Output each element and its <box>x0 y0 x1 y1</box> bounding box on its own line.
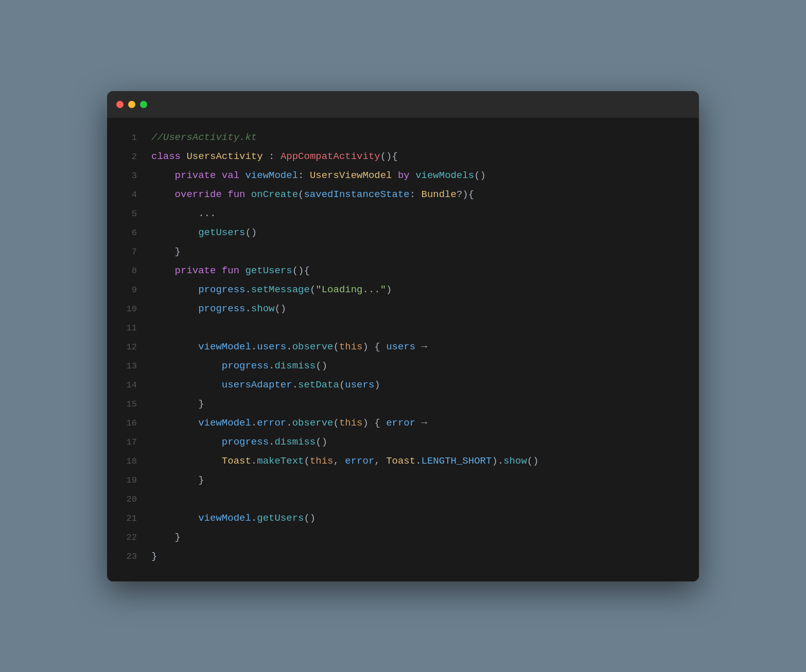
code-line-1: 1 //UsersActivity.kt <box>107 128 699 147</box>
keyword: override fun <box>175 185 251 204</box>
punctuation: () <box>316 433 327 451</box>
code-content: class UsersActivity : AppCompatActivity … <box>151 147 398 166</box>
punctuation: ) { <box>363 338 387 356</box>
punctuation <box>392 166 398 185</box>
brace: } <box>151 547 157 565</box>
variable: usersAdapter <box>222 376 292 394</box>
line-number: 4 <box>122 186 137 204</box>
punctuation: . <box>251 452 257 470</box>
line-number: 23 <box>122 547 137 566</box>
punctuation: . <box>292 376 298 394</box>
line-number: 8 <box>122 262 137 280</box>
punctuation: . <box>269 357 274 375</box>
function-call: show <box>251 299 275 318</box>
punctuation: . <box>415 452 421 470</box>
code-content: progress . setMessage ( "Loading..." ) <box>151 280 392 299</box>
function-call: getUsers <box>257 509 304 527</box>
line-number: 2 <box>122 148 137 166</box>
code-content: viewModel . getUsers () <box>151 509 316 527</box>
function-call: viewModels <box>415 166 474 185</box>
code-content: } <box>151 395 204 413</box>
line-number: 15 <box>122 395 137 414</box>
lambda-param: users <box>386 338 415 356</box>
indent <box>151 166 175 185</box>
punctuation: () <box>474 166 486 185</box>
keyword: private fun <box>175 261 246 280</box>
keyword: class <box>151 147 186 166</box>
type-name: Bundle <box>422 185 457 204</box>
param: savedInstanceState <box>304 185 409 204</box>
code-line-16: 16 viewModel . error . observe ( this ) … <box>107 414 699 433</box>
punctuation: . <box>251 509 257 527</box>
arrow: → <box>415 414 427 432</box>
punctuation: . <box>245 280 251 299</box>
indent <box>151 223 198 242</box>
code-editor-body: 1 //UsersActivity.kt 2 class UsersActivi… <box>107 118 699 581</box>
punctuation: () <box>245 223 257 242</box>
code-line-2: 2 class UsersActivity : AppCompatActivit… <box>107 147 699 166</box>
code-content: progress . show () <box>151 299 286 318</box>
indent <box>151 395 198 413</box>
code-content: getUsers () <box>151 223 257 242</box>
indent <box>151 376 222 394</box>
line-number: 12 <box>122 338 137 357</box>
parent-class: AppCompatActivity <box>281 147 380 166</box>
maximize-button[interactable] <box>140 101 147 108</box>
indent <box>151 338 198 356</box>
indent <box>151 452 222 470</box>
property: users <box>257 338 286 356</box>
titlebar <box>107 91 699 118</box>
punctuation: ( <box>339 376 345 394</box>
punctuation: ( <box>304 452 309 470</box>
code-line-18: 18 Toast . makeText ( this , error , Toa… <box>107 452 699 471</box>
line-number: 1 <box>122 129 137 147</box>
variable: viewModel <box>198 414 251 432</box>
function-call: dismiss <box>274 433 316 451</box>
punctuation: . <box>245 299 251 318</box>
punctuation: . <box>251 338 257 356</box>
code-content: } <box>151 547 157 565</box>
code-content: private val viewModel : UsersViewModel b… <box>151 166 486 185</box>
punctuation: : <box>410 185 422 204</box>
indent <box>151 299 198 318</box>
line-number: 20 <box>122 490 137 509</box>
argument: users <box>345 376 374 394</box>
code-content: override fun onCreate ( savedInstanceSta… <box>151 185 474 204</box>
indent <box>151 471 198 489</box>
brace: } <box>175 528 181 546</box>
line-number: 9 <box>122 281 137 299</box>
class-ref: Toast <box>222 452 251 470</box>
code-line-6: 6 getUsers () <box>107 223 699 242</box>
function-call: show <box>503 452 527 470</box>
code-line-17: 17 progress . dismiss () <box>107 433 699 452</box>
line-number: 18 <box>122 452 137 471</box>
code-line-3: 3 private val viewModel : UsersViewModel… <box>107 166 699 185</box>
indent <box>151 414 198 432</box>
keyword: by <box>398 166 415 185</box>
indent <box>151 204 198 223</box>
punctuation: () <box>304 509 316 527</box>
code-line-11: 11 <box>107 319 699 338</box>
code-line-20: 20 <box>107 490 699 509</box>
function-call: setData <box>298 376 339 394</box>
line-number: 16 <box>122 414 137 433</box>
type-name: UsersViewModel <box>310 166 392 185</box>
string-literal: "Loading..." <box>316 280 386 299</box>
function-call: observe <box>292 338 334 356</box>
close-button[interactable] <box>116 101 124 108</box>
punctuation: . <box>269 433 274 451</box>
ellipsis: ... <box>198 204 216 223</box>
punctuation: ) <box>374 376 380 394</box>
brace: } <box>175 242 181 261</box>
variable: viewModel <box>198 338 251 356</box>
punctuation: () <box>274 299 286 318</box>
punctuation: ( <box>310 280 316 299</box>
variable: progress <box>222 357 269 375</box>
code-content: usersAdapter . setData ( users ) <box>151 376 380 394</box>
variable: progress <box>198 299 245 318</box>
minimize-button[interactable] <box>128 101 135 108</box>
line-number: 11 <box>122 319 137 338</box>
punctuation: ) { <box>363 414 387 432</box>
line-number: 14 <box>122 376 137 395</box>
code-editor-window: 1 //UsersActivity.kt 2 class UsersActivi… <box>107 91 699 581</box>
